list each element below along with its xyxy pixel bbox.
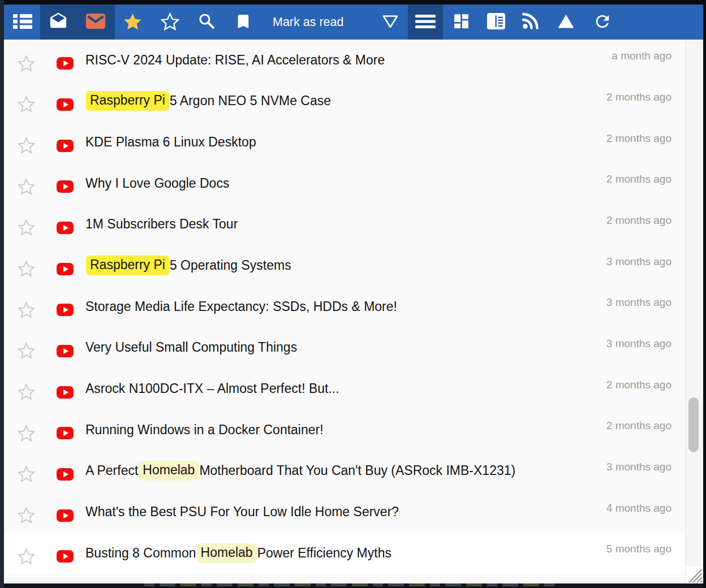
article-title[interactable]: Raspberry Pi 5 Argon NEO 5 NVMe Case xyxy=(85,81,331,122)
title-segment: Raspberry Pi xyxy=(86,256,169,275)
article-row[interactable]: Asrock N100DC-ITX – Almost Perfect! But.… xyxy=(4,368,685,409)
article-row[interactable]: Why I Love Google Docs 2 months ago xyxy=(4,163,685,204)
scroll-top-icon xyxy=(557,14,575,31)
article-title[interactable]: Asrock N100DC-ITX – Almost Perfect! But.… xyxy=(85,368,339,409)
article-row[interactable]: 1M Subscribers Desk Tour 2 months ago xyxy=(4,204,685,245)
star-toggle-button[interactable] xyxy=(16,506,36,526)
read-envelope-icon xyxy=(49,12,68,33)
title-segment: Homelab xyxy=(139,461,199,481)
article-row[interactable]: Busting 8 Common Homelab Power Efficienc… xyxy=(4,533,685,574)
star-toggle-button[interactable] xyxy=(16,423,36,444)
article-title[interactable]: Busting 8 Common Homelab Power Efficienc… xyxy=(85,533,391,574)
list-view-icon xyxy=(13,14,32,31)
filter-dropdown-icon xyxy=(382,14,399,31)
article-row[interactable]: What's the Best PSU For Your Low Idle Ho… xyxy=(4,491,685,533)
resize-grip[interactable] xyxy=(686,566,703,583)
article-title[interactable]: Raspberry Pi 5 Operating Systems xyxy=(85,245,291,286)
scroll-top-button[interactable] xyxy=(550,5,582,40)
article-row[interactable]: RISC-V 2024 Update: RISE, AI Accelerator… xyxy=(4,40,685,81)
star-outline-icon xyxy=(18,383,35,402)
window-frame-bottom xyxy=(0,583,706,588)
refresh-icon xyxy=(593,12,612,33)
article-row[interactable]: Running Windows in a Docker Container! 2… xyxy=(4,409,685,451)
article-age: 2 months ago xyxy=(606,379,671,391)
youtube-favicon xyxy=(57,57,74,70)
filter-dropdown-button[interactable] xyxy=(374,5,406,40)
article-title[interactable]: RISC-V 2024 Update: RISE, AI Accelerator… xyxy=(85,40,385,81)
star-toggle-button[interactable] xyxy=(16,383,36,403)
star-outline-icon xyxy=(18,96,35,114)
clipped-next-row-text xyxy=(144,583,557,586)
star-toggle-button[interactable] xyxy=(16,54,36,74)
star-outline-icon xyxy=(18,260,35,279)
youtube-favicon xyxy=(57,509,74,522)
title-segment: 5 Operating Systems xyxy=(170,258,291,273)
mark-as-read-button[interactable]: Mark as read xyxy=(270,5,346,40)
article-row[interactable]: Raspberry Pi 5 Argon NEO 5 NVMe Case 2 m… xyxy=(4,81,685,122)
star-outline-icon xyxy=(18,301,35,320)
title-segment: Motherboard That You Can't Buy (ASRock I… xyxy=(199,463,515,478)
rss-subscriptions-button[interactable] xyxy=(514,5,546,40)
bookmark-button[interactable] xyxy=(227,5,259,40)
article-age: 2 months ago xyxy=(606,91,671,103)
dashboard-view-button[interactable] xyxy=(445,5,477,40)
star-toggle-button[interactable] xyxy=(16,136,36,157)
article-age: 3 months ago xyxy=(606,256,671,268)
article-age: 4 months ago xyxy=(606,502,671,514)
scrollbar-track[interactable] xyxy=(686,40,703,583)
article-row[interactable]: Raspberry Pi 5 Operating Systems 3 month… xyxy=(4,245,685,286)
youtube-favicon xyxy=(57,180,74,193)
article-title[interactable]: Very Useful Small Computing Things xyxy=(85,327,297,369)
article-title[interactable]: KDE Plasma 6 Linux Desktop xyxy=(85,122,256,163)
article-title[interactable]: 1M Subscribers Desk Tour xyxy=(85,204,238,245)
article-title[interactable]: What's the Best PSU For Your Low Idle Ho… xyxy=(85,491,399,533)
article-title[interactable]: Storage Media Life Expectancy: SSDs, HDD… xyxy=(85,286,397,327)
refresh-button[interactable] xyxy=(587,5,618,40)
reader-view-button[interactable] xyxy=(480,5,512,40)
title-segment: 1M Subscribers Desk Tour xyxy=(85,217,238,232)
title-segment: RISC-V 2024 Update: RISE, AI Accelerator… xyxy=(85,53,385,68)
star-toggle-button[interactable] xyxy=(16,341,36,362)
article-row[interactable]: A Perfect Homelab Motherboard That You C… xyxy=(4,451,685,492)
unread-envelope-icon xyxy=(86,14,105,31)
star-toggle-button[interactable] xyxy=(16,95,36,115)
reader-view-icon xyxy=(487,13,505,31)
list-view-button[interactable] xyxy=(7,5,38,40)
scrollbar-thumb[interactable] xyxy=(688,397,699,452)
search-button[interactable] xyxy=(191,5,222,40)
star-filter-button[interactable] xyxy=(154,5,186,40)
star-toggle-button[interactable] xyxy=(16,218,36,239)
star-outline-icon xyxy=(18,137,35,155)
article-age: 5 months ago xyxy=(606,543,671,555)
title-segment: Homelab xyxy=(197,543,257,563)
article-title[interactable]: A Perfect Homelab Motherboard That You C… xyxy=(85,451,515,492)
article-age: a month ago xyxy=(612,50,671,62)
article-age: 2 months ago xyxy=(606,214,671,227)
toolbar: Mark as read xyxy=(4,5,703,40)
starred-filter-icon xyxy=(123,12,142,32)
unread-articles-button[interactable] xyxy=(80,5,111,40)
star-filter-icon xyxy=(161,12,179,32)
article-row[interactable]: KDE Plasma 6 Linux Desktop 2 months ago xyxy=(4,122,685,163)
star-toggle-button[interactable] xyxy=(16,547,36,567)
title-segment: Asrock N100DC-ITX – Almost Perfect! But.… xyxy=(85,381,339,396)
star-toggle-button[interactable] xyxy=(16,177,36,197)
article-title[interactable]: Why I Love Google Docs xyxy=(85,163,229,204)
star-outline-icon xyxy=(18,219,35,237)
article-title[interactable]: Running Windows in a Docker Container! xyxy=(85,409,324,451)
title-segment: Very Useful Small Computing Things xyxy=(85,340,297,355)
title-segment: Raspberry Pi xyxy=(86,91,169,111)
star-toggle-button[interactable] xyxy=(16,300,36,321)
article-row[interactable]: Very Useful Small Computing Things 3 mon… xyxy=(4,327,685,369)
star-toggle-button[interactable] xyxy=(16,260,36,280)
article-list: RISC-V 2024 Update: RISE, AI Accelerator… xyxy=(4,40,685,583)
article-age: 3 months ago xyxy=(606,338,671,350)
starred-filter-button[interactable] xyxy=(117,5,148,40)
title-segment: Power Efficiency Myths xyxy=(257,546,391,561)
article-age: 3 months ago xyxy=(606,461,671,473)
title-segment: Storage Media Life Expectancy: SSDs, HDD… xyxy=(85,299,397,314)
star-toggle-button[interactable] xyxy=(16,465,36,485)
read-articles-button[interactable] xyxy=(42,5,74,40)
article-row[interactable]: Storage Media Life Expectancy: SSDs, HDD… xyxy=(4,286,685,327)
menu-button[interactable] xyxy=(410,5,441,40)
